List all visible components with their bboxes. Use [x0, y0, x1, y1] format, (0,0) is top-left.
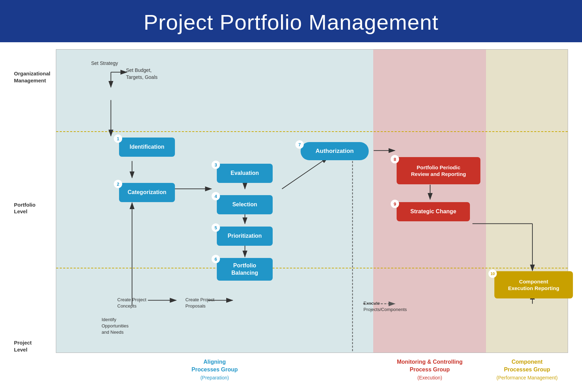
set-strategy-label: Set Strategy: [91, 60, 118, 67]
footer-labels: AligningProcesses Group(Preparation) Mon…: [14, 358, 568, 382]
identify-label: IdentifyOpportunitiesand Needs: [102, 317, 128, 336]
proc-component-execution: ComponentExecution Reporting: [494, 271, 573, 298]
badge-5: 5: [212, 223, 220, 232]
execute-label: ExecuteProjects/Components: [363, 300, 407, 313]
diagram-area: OrganizationalManagement PortfolioLevel …: [14, 49, 568, 353]
page-title: Project Portfolio Management: [0, 10, 582, 35]
dashed-line-1: [56, 131, 568, 132]
proc-identification: Identification: [119, 138, 175, 157]
badge-1: 1: [114, 134, 122, 143]
main-content: OrganizationalManagement PortfolioLevel …: [0, 42, 582, 392]
badge-4: 4: [212, 192, 220, 200]
badge-9: 9: [391, 200, 399, 208]
badge-6: 6: [212, 255, 220, 263]
portfolio-level-label: PortfolioLevel: [14, 201, 56, 215]
component-bg: [486, 50, 568, 353]
component-footer-label: ComponentProcesses Group(Performance Man…: [486, 358, 568, 382]
badge-7: 7: [295, 140, 304, 149]
proc-evaluation: Evaluation: [217, 164, 273, 183]
aligning-footer-label: AligningProcesses Group(Preparation): [56, 358, 374, 382]
badge-2: 2: [114, 180, 122, 188]
diagram: Set Strategy Set Budget,Targets, Goals 1…: [56, 49, 568, 353]
badge-10: 10: [488, 269, 497, 278]
dashed-line-2: [56, 268, 568, 268]
create-concepts-label: Create ProjectConcepts: [117, 297, 146, 309]
row-labels: OrganizationalManagement PortfolioLevel …: [14, 49, 56, 353]
badge-3: 3: [212, 161, 220, 169]
set-budget-label: Set Budget,Targets, Goals: [126, 67, 157, 81]
proc-portfolio-balancing: PortfolioBalancing: [217, 258, 273, 281]
create-proposals-label: Create ProjectProposals: [185, 297, 214, 309]
proc-prioritization: Prioritization: [217, 227, 273, 246]
project-level-label: ProjectLevel: [14, 339, 56, 353]
proc-categorization: Categorization: [119, 183, 175, 202]
page: Project Portfolio Management Organizatio…: [0, 0, 582, 392]
badge-8: 8: [391, 155, 399, 163]
aligning-bg: [56, 50, 373, 353]
proc-strategic-change: Strategic Change: [397, 202, 470, 221]
org-management-label: OrganizationalManagement: [14, 70, 56, 84]
header: Project Portfolio Management: [0, 0, 582, 42]
proc-selection: Selection: [217, 195, 273, 214]
proc-portfolio-review: Portfolio PeriodicReview and Reporting: [397, 157, 480, 184]
proc-authorization: Authorization: [301, 142, 369, 160]
monitoring-footer-label: Monitoring & ControllingProcess Group(Ex…: [374, 358, 486, 382]
